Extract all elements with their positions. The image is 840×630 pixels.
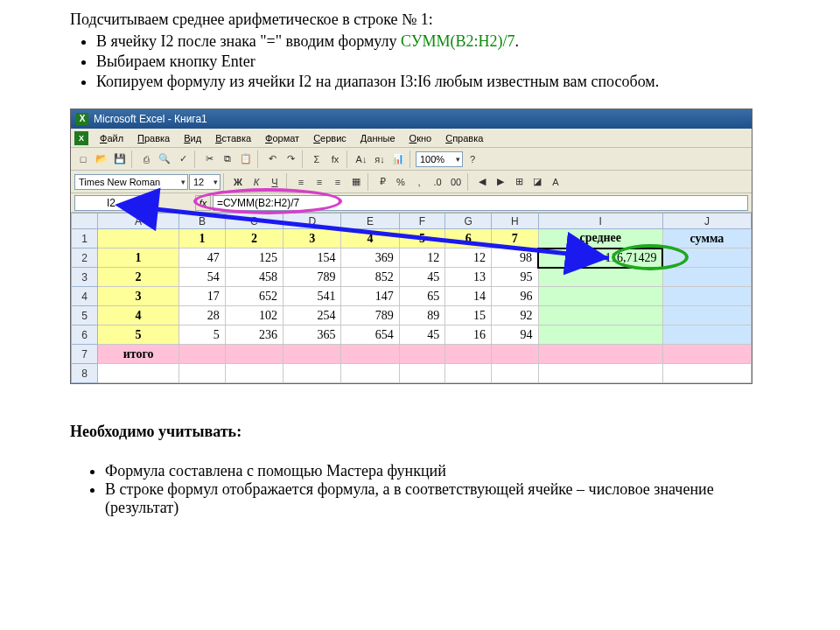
- align-right-icon[interactable]: ≡: [329, 173, 346, 191]
- cell-C7[interactable]: [225, 345, 283, 364]
- cell-H8[interactable]: [491, 364, 538, 383]
- cell-D6[interactable]: 365: [284, 326, 341, 345]
- autosum-icon[interactable]: Σ: [308, 150, 326, 168]
- cell-E4[interactable]: 147: [341, 287, 399, 306]
- cell-H1[interactable]: 7: [491, 229, 538, 248]
- menu-tools[interactable]: Сервис: [307, 131, 353, 145]
- currency-icon[interactable]: ₽: [374, 173, 391, 191]
- cell-C3[interactable]: 458: [225, 268, 283, 287]
- cell-H5[interactable]: 92: [491, 306, 538, 326]
- cell-B7[interactable]: [179, 345, 226, 364]
- col-F[interactable]: F: [399, 214, 445, 229]
- cell-B5[interactable]: 28: [179, 306, 226, 326]
- cell-F7[interactable]: [399, 345, 445, 364]
- cut-icon[interactable]: ✂: [200, 150, 218, 168]
- cell-E5[interactable]: 789: [341, 306, 399, 326]
- cell-C2[interactable]: 125: [225, 248, 283, 268]
- cell-J1[interactable]: сумма: [662, 229, 751, 248]
- help-icon[interactable]: ?: [464, 150, 481, 168]
- cell-A2[interactable]: 1: [98, 248, 179, 268]
- cell-B1[interactable]: 1: [179, 229, 226, 248]
- cell-A8[interactable]: [98, 364, 179, 383]
- cell-E6[interactable]: 654: [341, 326, 399, 345]
- cell-C4[interactable]: 652: [225, 287, 283, 306]
- bold-icon[interactable]: Ж: [229, 173, 247, 191]
- cell-D2[interactable]: 154: [284, 248, 341, 268]
- cell-E1[interactable]: 4: [341, 229, 399, 248]
- row-hdr-4[interactable]: 4: [72, 287, 98, 306]
- menu-format[interactable]: Формат: [259, 131, 305, 145]
- cell-I6[interactable]: [538, 326, 662, 345]
- cell-A3[interactable]: 2: [98, 268, 179, 287]
- dec-dec-icon[interactable]: 00: [447, 173, 465, 191]
- row-hdr-2[interactable]: 2: [72, 248, 98, 268]
- cell-E7[interactable]: [341, 345, 399, 364]
- cell-I8[interactable]: [538, 364, 662, 383]
- cell-J6[interactable]: [662, 326, 751, 345]
- new-icon[interactable]: □: [74, 150, 92, 168]
- menu-data[interactable]: Данные: [354, 131, 402, 145]
- cell-I1[interactable]: среднее: [538, 229, 662, 248]
- cell-E2[interactable]: 369: [341, 248, 399, 268]
- cell-D1[interactable]: 3: [284, 229, 341, 248]
- cell-F4[interactable]: 65: [399, 287, 445, 306]
- col-C[interactable]: C: [225, 214, 283, 229]
- cell-H2[interactable]: 98: [491, 248, 538, 268]
- menu-help[interactable]: Справка: [439, 131, 489, 145]
- cell-A4[interactable]: 3: [98, 287, 179, 306]
- cell-I7[interactable]: [538, 345, 662, 364]
- cell-C8[interactable]: [225, 364, 283, 383]
- cell-G8[interactable]: [445, 364, 492, 383]
- row-hdr-5[interactable]: 5: [72, 306, 98, 326]
- cell-G1[interactable]: 6: [445, 229, 492, 248]
- cell-J7[interactable]: [662, 345, 751, 364]
- formula-input[interactable]: =СУММ(B2:H2)/7: [213, 195, 748, 211]
- cell-J4[interactable]: [662, 287, 751, 306]
- save-icon[interactable]: 💾: [111, 150, 129, 168]
- menu-insert[interactable]: Вставка: [209, 131, 257, 145]
- menu-window[interactable]: Окно: [403, 131, 438, 145]
- col-B[interactable]: B: [179, 214, 226, 229]
- cell-F5[interactable]: 89: [399, 306, 445, 326]
- cell-G2[interactable]: 12: [445, 248, 492, 268]
- cell-G4[interactable]: 14: [445, 287, 492, 306]
- sort-desc-icon[interactable]: я↓: [371, 150, 388, 168]
- align-center-icon[interactable]: ≡: [311, 173, 328, 191]
- cell-I4[interactable]: [538, 287, 662, 306]
- col-A[interactable]: A: [98, 214, 179, 229]
- cell-G6[interactable]: 16: [445, 326, 492, 345]
- cell-A5[interactable]: 4: [98, 306, 179, 326]
- copy-icon[interactable]: ⧉: [219, 150, 236, 168]
- select-all[interactable]: [72, 214, 98, 229]
- cell-B3[interactable]: 54: [179, 268, 226, 287]
- fill-color-icon[interactable]: ◪: [528, 173, 546, 191]
- cell-J2[interactable]: [662, 248, 751, 268]
- row-hdr-3[interactable]: 3: [72, 268, 98, 287]
- underline-icon[interactable]: Ч: [266, 173, 284, 191]
- cell-E3[interactable]: 852: [341, 268, 399, 287]
- cell-G7[interactable]: [445, 345, 492, 364]
- cell-F6[interactable]: 45: [399, 326, 445, 345]
- open-icon[interactable]: 📂: [93, 150, 110, 168]
- cell-C1[interactable]: 2: [225, 229, 283, 248]
- menu-edit[interactable]: Правка: [131, 131, 176, 145]
- merge-icon[interactable]: ▦: [347, 173, 365, 191]
- cell-A6[interactable]: 5: [98, 326, 179, 345]
- cell-H7[interactable]: [491, 345, 538, 364]
- cell-G5[interactable]: 15: [445, 306, 492, 326]
- cell-H3[interactable]: 95: [491, 268, 538, 287]
- font-name-combo[interactable]: Times New Roman: [74, 174, 188, 190]
- col-J[interactable]: J: [662, 214, 751, 229]
- cell-F2[interactable]: 12: [399, 248, 445, 268]
- cell-D3[interactable]: 789: [284, 268, 341, 287]
- cell-B8[interactable]: [179, 364, 226, 383]
- cell-H4[interactable]: 96: [491, 287, 538, 306]
- cell-D8[interactable]: [284, 364, 341, 383]
- font-size-combo[interactable]: 12: [189, 174, 220, 190]
- cell-J8[interactable]: [662, 364, 751, 383]
- cell-J3[interactable]: [662, 268, 751, 287]
- col-I[interactable]: I: [538, 214, 662, 229]
- align-left-icon[interactable]: ≡: [292, 173, 310, 191]
- cell-I5[interactable]: [538, 306, 662, 326]
- cell-B2[interactable]: 47: [179, 248, 226, 268]
